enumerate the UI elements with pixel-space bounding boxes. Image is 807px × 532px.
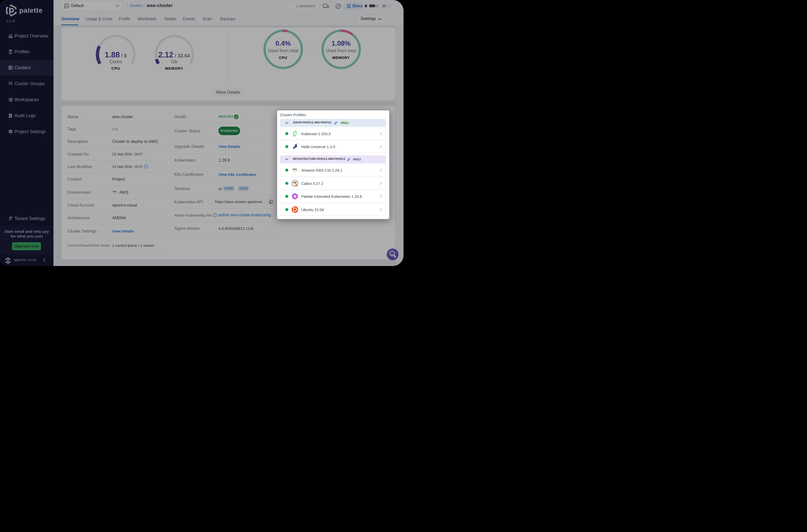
svg-text:aws: aws <box>293 168 297 170</box>
